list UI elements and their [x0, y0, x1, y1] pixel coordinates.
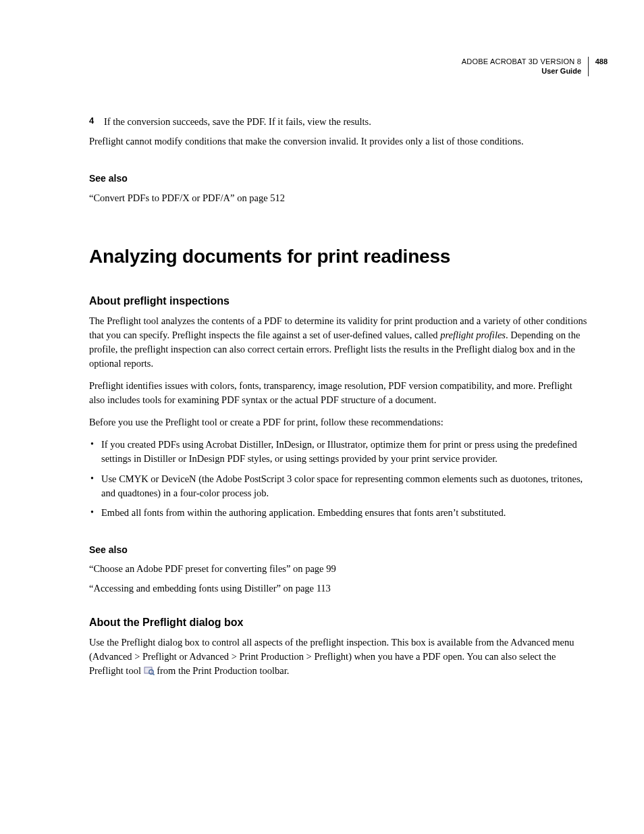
- section-title: Analyzing documents for print readiness: [89, 243, 589, 271]
- list-item: If you created PDFs using Acrobat Distil…: [89, 438, 589, 466]
- see-also-link-1[interactable]: “Convert PDFs to PDF/X or PDF/A” on page…: [89, 191, 589, 205]
- see-also-heading-2: See also: [89, 543, 589, 556]
- note-paragraph: Preflight cannot modify conditions that …: [89, 134, 589, 149]
- see-also-heading-1: See also: [89, 172, 589, 185]
- page-number: 488: [595, 57, 608, 68]
- page-header: ADOBE ACROBAT 3D VERSION 8 User Guide 48…: [89, 57, 589, 77]
- step-text: If the conversion succeeds, save the PDF…: [104, 115, 371, 129]
- recommendations-list: If you created PDFs using Acrobat Distil…: [89, 438, 589, 519]
- step-4: 4 If the conversion succeeds, save the P…: [89, 115, 589, 129]
- inspections-p1: The Preflight tool analyzes the contents…: [89, 314, 589, 371]
- see-also-link-2a[interactable]: “Choose an Adobe PDF preset for converti…: [89, 562, 589, 576]
- dialog-p1: Use the Preflight dialog box to control …: [89, 635, 589, 678]
- see-also-link-2b[interactable]: “Accessing and embedding fonts using Dis…: [89, 581, 589, 596]
- guide-name: User Guide: [462, 66, 581, 76]
- page-content: ADOBE ACROBAT 3D VERSION 8 User Guide 48…: [0, 0, 644, 678]
- subhead-about-inspections: About preflight inspections: [89, 293, 589, 309]
- subhead-about-dialog: About the Preflight dialog box: [89, 615, 589, 630]
- inspections-p3: Before you use the Preflight tool or cre…: [89, 415, 589, 429]
- dialog-p1-b: from the Print Production toolbar.: [155, 665, 290, 676]
- product-name: ADOBE ACROBAT 3D VERSION 8: [462, 57, 581, 66]
- list-item: Embed all fonts from within the authorin…: [89, 506, 589, 520]
- inspections-p2: Preflight identifies issues with colors,…: [89, 379, 589, 407]
- list-item: Use CMYK or DeviceN (the Adobe PostScrip…: [89, 472, 589, 500]
- p1-em: preflight profiles: [440, 330, 506, 340]
- preflight-tool-icon: [144, 665, 155, 675]
- step-number: 4: [89, 115, 97, 129]
